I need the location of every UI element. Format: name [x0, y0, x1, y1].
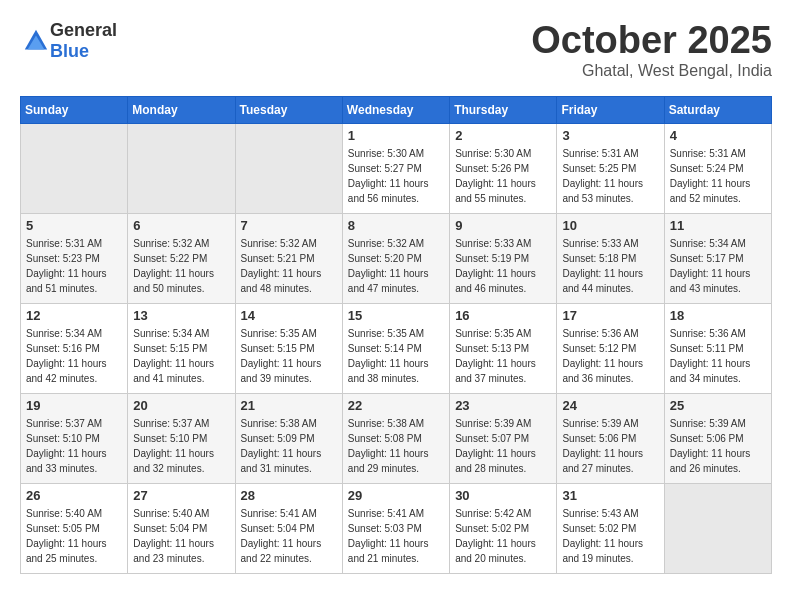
calendar-cell: 12Sunrise: 5:34 AMSunset: 5:16 PMDayligh… — [21, 303, 128, 393]
location: Ghatal, West Bengal, India — [531, 62, 772, 80]
day-number: 1 — [348, 128, 444, 143]
calendar-table: SundayMondayTuesdayWednesdayThursdayFrid… — [20, 96, 772, 574]
day-number: 13 — [133, 308, 229, 323]
calendar-cell: 9Sunrise: 5:33 AMSunset: 5:19 PMDaylight… — [450, 213, 557, 303]
day-number: 22 — [348, 398, 444, 413]
day-info: Sunrise: 5:32 AMSunset: 5:22 PMDaylight:… — [133, 236, 229, 296]
day-info: Sunrise: 5:39 AMSunset: 5:07 PMDaylight:… — [455, 416, 551, 476]
day-info: Sunrise: 5:31 AMSunset: 5:23 PMDaylight:… — [26, 236, 122, 296]
day-number: 17 — [562, 308, 658, 323]
calendar-cell: 18Sunrise: 5:36 AMSunset: 5:11 PMDayligh… — [664, 303, 771, 393]
day-info: Sunrise: 5:35 AMSunset: 5:13 PMDaylight:… — [455, 326, 551, 386]
day-info: Sunrise: 5:30 AMSunset: 5:26 PMDaylight:… — [455, 146, 551, 206]
calendar-cell: 16Sunrise: 5:35 AMSunset: 5:13 PMDayligh… — [450, 303, 557, 393]
day-info: Sunrise: 5:39 AMSunset: 5:06 PMDaylight:… — [670, 416, 766, 476]
day-info: Sunrise: 5:38 AMSunset: 5:08 PMDaylight:… — [348, 416, 444, 476]
calendar-cell: 22Sunrise: 5:38 AMSunset: 5:08 PMDayligh… — [342, 393, 449, 483]
calendar-cell: 6Sunrise: 5:32 AMSunset: 5:22 PMDaylight… — [128, 213, 235, 303]
calendar-cell: 4Sunrise: 5:31 AMSunset: 5:24 PMDaylight… — [664, 123, 771, 213]
calendar-cell: 10Sunrise: 5:33 AMSunset: 5:18 PMDayligh… — [557, 213, 664, 303]
calendar-week-row: 19Sunrise: 5:37 AMSunset: 5:10 PMDayligh… — [21, 393, 772, 483]
day-number: 18 — [670, 308, 766, 323]
day-info: Sunrise: 5:43 AMSunset: 5:02 PMDaylight:… — [562, 506, 658, 566]
calendar-cell: 1Sunrise: 5:30 AMSunset: 5:27 PMDaylight… — [342, 123, 449, 213]
calendar-cell: 15Sunrise: 5:35 AMSunset: 5:14 PMDayligh… — [342, 303, 449, 393]
weekday-header: Wednesday — [342, 96, 449, 123]
weekday-header: Thursday — [450, 96, 557, 123]
calendar-cell: 23Sunrise: 5:39 AMSunset: 5:07 PMDayligh… — [450, 393, 557, 483]
calendar-cell — [128, 123, 235, 213]
day-info: Sunrise: 5:32 AMSunset: 5:20 PMDaylight:… — [348, 236, 444, 296]
calendar-cell: 5Sunrise: 5:31 AMSunset: 5:23 PMDaylight… — [21, 213, 128, 303]
calendar-cell: 20Sunrise: 5:37 AMSunset: 5:10 PMDayligh… — [128, 393, 235, 483]
logo-icon — [22, 27, 50, 55]
logo: General Blue — [20, 20, 117, 62]
day-info: Sunrise: 5:35 AMSunset: 5:14 PMDaylight:… — [348, 326, 444, 386]
day-info: Sunrise: 5:30 AMSunset: 5:27 PMDaylight:… — [348, 146, 444, 206]
day-number: 26 — [26, 488, 122, 503]
day-number: 23 — [455, 398, 551, 413]
day-info: Sunrise: 5:39 AMSunset: 5:06 PMDaylight:… — [562, 416, 658, 476]
calendar-cell: 2Sunrise: 5:30 AMSunset: 5:26 PMDaylight… — [450, 123, 557, 213]
day-number: 8 — [348, 218, 444, 233]
day-number: 27 — [133, 488, 229, 503]
calendar-cell: 25Sunrise: 5:39 AMSunset: 5:06 PMDayligh… — [664, 393, 771, 483]
day-number: 5 — [26, 218, 122, 233]
day-info: Sunrise: 5:32 AMSunset: 5:21 PMDaylight:… — [241, 236, 337, 296]
calendar-cell: 14Sunrise: 5:35 AMSunset: 5:15 PMDayligh… — [235, 303, 342, 393]
day-info: Sunrise: 5:40 AMSunset: 5:05 PMDaylight:… — [26, 506, 122, 566]
day-info: Sunrise: 5:34 AMSunset: 5:15 PMDaylight:… — [133, 326, 229, 386]
weekday-header: Sunday — [21, 96, 128, 123]
day-number: 16 — [455, 308, 551, 323]
month-title: October 2025 — [531, 20, 772, 62]
page-header: General Blue October 2025 Ghatal, West B… — [20, 20, 772, 80]
day-number: 6 — [133, 218, 229, 233]
calendar-week-row: 5Sunrise: 5:31 AMSunset: 5:23 PMDaylight… — [21, 213, 772, 303]
day-number: 24 — [562, 398, 658, 413]
day-number: 12 — [26, 308, 122, 323]
calendar-cell: 3Sunrise: 5:31 AMSunset: 5:25 PMDaylight… — [557, 123, 664, 213]
calendar-cell: 30Sunrise: 5:42 AMSunset: 5:02 PMDayligh… — [450, 483, 557, 573]
calendar-cell: 8Sunrise: 5:32 AMSunset: 5:20 PMDaylight… — [342, 213, 449, 303]
day-number: 2 — [455, 128, 551, 143]
day-info: Sunrise: 5:34 AMSunset: 5:16 PMDaylight:… — [26, 326, 122, 386]
logo-blue: Blue — [50, 41, 89, 61]
day-number: 20 — [133, 398, 229, 413]
calendar-cell — [235, 123, 342, 213]
calendar-week-row: 12Sunrise: 5:34 AMSunset: 5:16 PMDayligh… — [21, 303, 772, 393]
day-info: Sunrise: 5:35 AMSunset: 5:15 PMDaylight:… — [241, 326, 337, 386]
day-info: Sunrise: 5:33 AMSunset: 5:18 PMDaylight:… — [562, 236, 658, 296]
day-info: Sunrise: 5:37 AMSunset: 5:10 PMDaylight:… — [26, 416, 122, 476]
calendar-cell — [21, 123, 128, 213]
calendar-week-row: 26Sunrise: 5:40 AMSunset: 5:05 PMDayligh… — [21, 483, 772, 573]
calendar-cell: 7Sunrise: 5:32 AMSunset: 5:21 PMDaylight… — [235, 213, 342, 303]
calendar-week-row: 1Sunrise: 5:30 AMSunset: 5:27 PMDaylight… — [21, 123, 772, 213]
day-number: 31 — [562, 488, 658, 503]
day-info: Sunrise: 5:31 AMSunset: 5:25 PMDaylight:… — [562, 146, 658, 206]
calendar-cell: 26Sunrise: 5:40 AMSunset: 5:05 PMDayligh… — [21, 483, 128, 573]
day-info: Sunrise: 5:36 AMSunset: 5:12 PMDaylight:… — [562, 326, 658, 386]
weekday-header: Friday — [557, 96, 664, 123]
day-info: Sunrise: 5:42 AMSunset: 5:02 PMDaylight:… — [455, 506, 551, 566]
calendar-cell: 27Sunrise: 5:40 AMSunset: 5:04 PMDayligh… — [128, 483, 235, 573]
day-info: Sunrise: 5:41 AMSunset: 5:03 PMDaylight:… — [348, 506, 444, 566]
day-info: Sunrise: 5:33 AMSunset: 5:19 PMDaylight:… — [455, 236, 551, 296]
day-number: 15 — [348, 308, 444, 323]
calendar-cell: 28Sunrise: 5:41 AMSunset: 5:04 PMDayligh… — [235, 483, 342, 573]
day-number: 28 — [241, 488, 337, 503]
calendar-cell: 29Sunrise: 5:41 AMSunset: 5:03 PMDayligh… — [342, 483, 449, 573]
calendar-cell: 31Sunrise: 5:43 AMSunset: 5:02 PMDayligh… — [557, 483, 664, 573]
day-info: Sunrise: 5:37 AMSunset: 5:10 PMDaylight:… — [133, 416, 229, 476]
day-number: 9 — [455, 218, 551, 233]
day-info: Sunrise: 5:36 AMSunset: 5:11 PMDaylight:… — [670, 326, 766, 386]
calendar-cell: 24Sunrise: 5:39 AMSunset: 5:06 PMDayligh… — [557, 393, 664, 483]
day-number: 3 — [562, 128, 658, 143]
day-number: 10 — [562, 218, 658, 233]
day-number: 7 — [241, 218, 337, 233]
day-number: 30 — [455, 488, 551, 503]
day-info: Sunrise: 5:34 AMSunset: 5:17 PMDaylight:… — [670, 236, 766, 296]
day-info: Sunrise: 5:38 AMSunset: 5:09 PMDaylight:… — [241, 416, 337, 476]
day-number: 19 — [26, 398, 122, 413]
calendar-cell: 11Sunrise: 5:34 AMSunset: 5:17 PMDayligh… — [664, 213, 771, 303]
day-number: 4 — [670, 128, 766, 143]
